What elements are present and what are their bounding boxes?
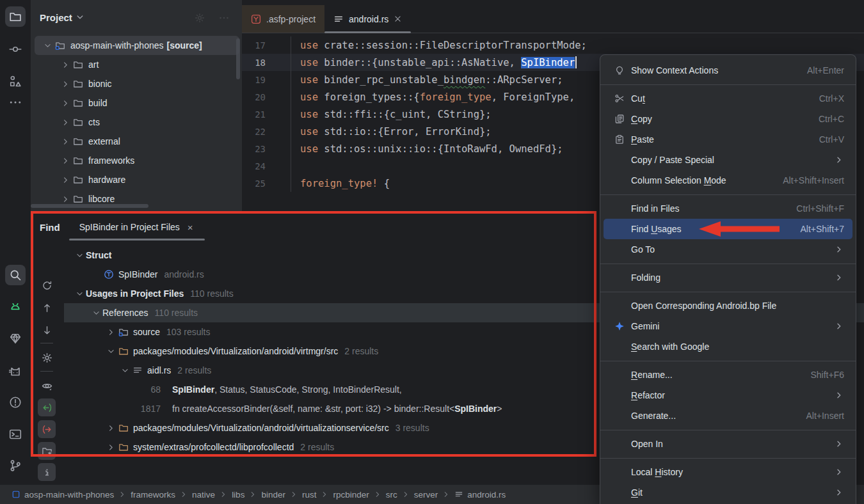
project-vertical-scrollbar[interactable] — [236, 38, 240, 79]
find-tool-group-folder-button[interactable] — [38, 442, 56, 460]
project-tree-item-build[interactable]: build — [31, 93, 242, 113]
menu-item-show-context-actions[interactable]: Show Context Actions Alt+Enter — [600, 60, 856, 81]
find-tool-nav-prev-button[interactable] — [38, 398, 56, 416]
menu-shortcut: Ctrl+C — [819, 114, 844, 124]
sidebar-more-button[interactable] — [5, 92, 26, 113]
chevron-down-icon[interactable] — [75, 12, 85, 22]
project-panel-header: Project — [31, 0, 242, 35]
paste-icon — [614, 134, 625, 145]
chev-down-icon — [106, 347, 116, 356]
menu-item-open-in[interactable]: Open In — [600, 434, 856, 454]
rust-file-icon — [333, 14, 344, 24]
close-icon[interactable]: × — [188, 222, 193, 233]
toolbar-separator — [40, 371, 53, 372]
chev-down-icon — [75, 12, 85, 22]
sidebar-git-branch-button[interactable] — [5, 455, 26, 476]
menu-item-folding[interactable]: Folding — [600, 267, 856, 288]
menu-item-paste[interactable]: Paste Ctrl+V — [600, 129, 856, 150]
menu-item-go-to[interactable]: Go To — [600, 239, 856, 260]
menu-item-git[interactable]: Git — [600, 482, 856, 503]
find-tool-arrow-up-button[interactable] — [38, 299, 56, 317]
rust-file-icon — [132, 365, 143, 375]
project-tree-item-external[interactable]: external — [31, 132, 242, 151]
collapsed-node-chevron[interactable] — [40, 466, 54, 480]
breadcrumb-item-android.rs[interactable]: android.rs — [454, 490, 506, 500]
chev-right-icon — [442, 490, 451, 499]
menu-shortcut: Alt+Shift+7 — [801, 224, 845, 234]
find-tool-arrow-down-button[interactable] — [38, 321, 56, 339]
chev-right-icon — [61, 60, 70, 70]
editor-tab-.asfp-project[interactable]: .asfp-project — [242, 5, 324, 33]
find-title: Find — [40, 222, 60, 233]
breadcrumb-item-frameworks[interactable]: frameworks — [131, 490, 175, 500]
chev-right-icon — [834, 390, 844, 400]
menu-item-open-corresponding-android-bp-file[interactable]: Open Corresponding Android.bp File — [600, 295, 856, 316]
line-number: 20 — [242, 92, 266, 102]
sidebar-terminal-button[interactable] — [5, 424, 26, 445]
menu-separator — [600, 260, 856, 267]
breadcrumb-item-native[interactable]: native — [192, 490, 215, 500]
lightbulb-icon — [614, 65, 625, 75]
sidebar-search-button[interactable] — [5, 265, 26, 285]
menu-item-copy[interactable]: Copy Ctrl+C — [600, 109, 856, 129]
menu-item-column-selection-mode[interactable]: Column Selection Mode Alt+Shift+Insert — [600, 170, 856, 191]
editor-tab-android.rs[interactable]: android.rs — [324, 5, 411, 33]
breadcrumb-item-binder[interactable]: binder — [261, 490, 285, 500]
code-line-17[interactable]: 17 use crate::session::FileDescriptorTra… — [242, 36, 864, 54]
menu-item-search-with-google[interactable]: Search with Google — [600, 336, 856, 357]
text-caret — [575, 56, 577, 68]
find-tool-nav-next-button[interactable] — [38, 420, 56, 438]
menu-item-copy-paste-special[interactable]: Copy / Paste Special — [600, 150, 856, 170]
structure-icon — [9, 75, 22, 88]
menu-item-generate-[interactable]: Generate... Alt+Insert — [600, 406, 856, 426]
sidebar-commit-button[interactable] — [5, 39, 26, 59]
rust-file-icon — [454, 490, 463, 499]
chev-right-icon — [834, 321, 844, 331]
breadcrumb-item-libs[interactable]: libs — [232, 490, 244, 500]
menu-item-find-in-files[interactable]: Find in Files Ctrl+Shift+F — [600, 198, 856, 219]
project-tree-item-cts[interactable]: cts — [31, 113, 242, 132]
sidebar-android-button[interactable] — [5, 296, 26, 317]
menu-item-local-history[interactable]: Local History — [600, 462, 856, 482]
nav-prev-icon — [42, 402, 52, 413]
chev-right-icon — [61, 137, 70, 146]
breadcrumb-item-rpcbinder[interactable]: rpcbinder — [333, 490, 369, 500]
find-results-tab[interactable]: SpIBinder in Project Files × — [79, 212, 193, 242]
find-tool-refresh-button[interactable] — [38, 276, 56, 294]
menu-item-find-usages[interactable]: Find Usages Alt+Shift+7 — [604, 219, 852, 239]
sidebar-cat-button[interactable] — [5, 361, 26, 381]
sidebar-alert-button[interactable] — [5, 392, 26, 413]
project-tree-item-bionic[interactable]: bionic — [31, 74, 242, 93]
chev-right-icon — [248, 490, 257, 499]
menu-item-gemini[interactable]: Gemini — [600, 316, 856, 336]
chev-right-icon — [219, 490, 228, 499]
gem-icon — [9, 332, 22, 345]
menu-shortcut: Alt+Shift+Insert — [783, 175, 844, 185]
project-horizontal-scrollbar[interactable] — [31, 204, 148, 208]
yaml-icon — [251, 14, 261, 24]
find-tool-eye-button[interactable] — [38, 377, 56, 395]
submenu-arrow-icon — [834, 321, 844, 331]
breadcrumb-item-server[interactable]: server — [414, 490, 438, 500]
sidebar-structure-button[interactable] — [5, 71, 26, 91]
breadcrumb-item-aosp-main-with-phones[interactable]: aosp-main-with-phones — [12, 490, 114, 500]
breadcrumb-separator-icon — [289, 490, 298, 499]
breadcrumb-item-src[interactable]: src — [386, 490, 397, 500]
line-number: 22 — [242, 127, 266, 137]
project-tree-item-art[interactable]: art — [31, 55, 242, 74]
project-panel-title[interactable]: Project — [40, 12, 72, 23]
menu-item-refactor[interactable]: Refactor — [600, 385, 856, 406]
chev-right-icon — [834, 244, 844, 255]
project-tree-item-frameworks[interactable]: frameworks — [31, 151, 242, 170]
project-tree-item-hardware[interactable]: hardware — [31, 170, 242, 189]
project-root-suffix: [source] — [167, 40, 202, 51]
project-root-row[interactable]: aosp-main-with-phones [source] — [35, 36, 239, 55]
sidebar-gem-button[interactable] — [5, 328, 26, 349]
breadcrumb-item-rust[interactable]: rust — [302, 490, 317, 500]
submenu-arrow-icon — [834, 155, 844, 165]
tab-close-button[interactable] — [394, 15, 402, 23]
menu-item-rename-[interactable]: Rename... Shift+F6 — [600, 365, 856, 385]
menu-item-cut[interactable]: Cut Ctrl+X — [600, 88, 856, 109]
find-tool-gear-button[interactable] — [38, 349, 56, 366]
sidebar-project-folder-button[interactable] — [5, 6, 26, 27]
